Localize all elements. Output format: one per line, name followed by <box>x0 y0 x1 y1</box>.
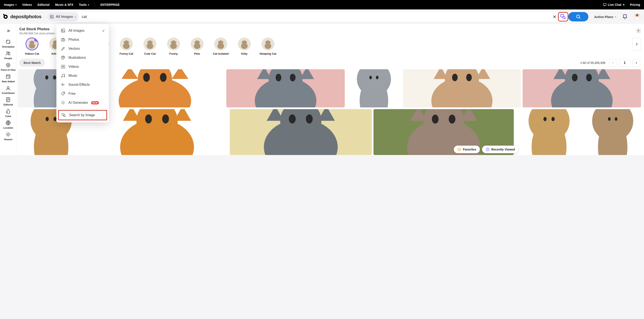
pager-prev-button[interactable] <box>609 59 617 67</box>
nav-editorial[interactable]: Editorial <box>38 3 50 6</box>
user-avatar[interactable] <box>634 13 640 20</box>
category-thumb <box>26 37 38 50</box>
category-sleeping-cat[interactable]: Sleeping Cat <box>260 37 276 55</box>
image-thumb[interactable] <box>230 109 372 155</box>
category-kitty[interactable]: Kitty <box>237 37 252 55</box>
dropdown-item-free[interactable]: Free <box>56 89 109 98</box>
nav-images[interactable]: Images▾ <box>4 3 16 6</box>
filter-color[interactable]: Color <box>1 107 16 119</box>
search-by-image-button[interactable] <box>558 12 568 21</box>
category-videos-cat[interactable]: Videos Cat <box>24 37 40 55</box>
clear-search-button[interactable] <box>551 13 558 20</box>
category-cat-isolated[interactable]: Cat Isolated <box>213 37 228 55</box>
dropdown-item-all-images[interactable]: All Images✓ <box>56 26 109 35</box>
favorites-button[interactable]: Favorites <box>454 146 480 153</box>
settings-button[interactable] <box>636 28 641 34</box>
search-bar: All Images ▾ <box>46 11 590 22</box>
filter-season[interactable]: Season <box>1 130 16 142</box>
image-thumb[interactable] <box>516 109 583 155</box>
filter-label: Season <box>4 138 12 141</box>
search-button[interactable] <box>568 12 588 21</box>
dropdown-item-videos[interactable]: Videos <box>56 62 109 71</box>
user-icon <box>5 85 11 91</box>
svg-point-126 <box>64 76 65 77</box>
filter-location[interactable]: Location <box>1 119 16 130</box>
dropdown-item-label: All Images <box>68 29 84 32</box>
svg-point-123 <box>64 57 64 57</box>
category-label: Sleeping Cat <box>260 52 276 55</box>
search-type-dropdown[interactable]: All Images ▾ <box>47 12 79 21</box>
svg-point-91 <box>54 117 57 121</box>
category-label: Cute Cat <box>144 52 156 55</box>
category-thumb <box>144 37 156 50</box>
notifications-button[interactable] <box>622 14 628 19</box>
dropdown-search-by-image[interactable]: Search by Image <box>58 110 107 120</box>
image-type-icon <box>50 14 54 19</box>
chevron-right-icon <box>635 42 639 46</box>
image-thumb[interactable] <box>522 69 641 107</box>
pager-page-input[interactable]: 1 <box>619 59 630 67</box>
svg-point-125 <box>61 76 62 77</box>
svg-point-5 <box>51 16 52 16</box>
filter-people[interactable]: People <box>1 49 16 61</box>
dropdown-separator <box>56 108 109 109</box>
image-thumb[interactable] <box>584 109 641 155</box>
dropdown-item-photos[interactable]: Photos <box>56 35 109 44</box>
live-chat-button[interactable]: Live Chat <box>603 3 624 7</box>
svg-rect-0 <box>603 3 606 5</box>
camera-icon <box>61 37 66 42</box>
eye-icon <box>5 62 11 68</box>
online-dot-icon <box>623 4 624 5</box>
svg-point-80 <box>452 74 457 81</box>
category-label: Funny Cat <box>120 52 133 55</box>
image-search-icon <box>560 14 566 20</box>
svg-point-81 <box>466 74 472 81</box>
category-pets[interactable]: Pets <box>190 37 205 55</box>
filter-orientation[interactable]: Orientation <box>1 38 16 49</box>
chevron-right-icon <box>635 61 638 64</box>
nav-enterprise[interactable]: ENTERPRISE <box>100 3 120 6</box>
pager-next-button[interactable] <box>632 59 640 67</box>
nav-pricing[interactable]: Pricing <box>630 3 640 6</box>
filter-contributor[interactable]: Contributor <box>1 84 16 96</box>
nav-tools[interactable]: Tools▾ <box>79 3 89 6</box>
dropdown-item-illustrations[interactable]: Illustrations <box>56 53 109 62</box>
category-thumb <box>167 37 180 50</box>
svg-point-110 <box>544 117 546 121</box>
gear-icon <box>636 28 641 33</box>
image-grid <box>18 68 641 155</box>
filter-editorial[interactable]: Editorial <box>1 96 16 107</box>
category-label: Videos Cat <box>25 52 39 55</box>
recently-viewed-button[interactable]: Recently Viewed <box>482 146 518 153</box>
category-funny-cat[interactable]: Funny Cat <box>119 37 134 55</box>
crop-icon <box>5 39 11 45</box>
top-nav-left: Images▾ Videos Editorial Music & SFX Too… <box>4 2 120 7</box>
image-thumb[interactable] <box>226 69 345 107</box>
expand-sidebar-button[interactable] <box>4 27 12 35</box>
nav-music-sfx[interactable]: Music & SFX <box>55 3 73 6</box>
category-cute-cat[interactable]: Cute Cat <box>142 37 158 55</box>
dropdown-item-vectors[interactable]: Vectors <box>56 44 109 53</box>
dropdown-item-label: Vectors <box>68 47 80 51</box>
dropdown-item-sound-effects[interactable]: Sound Effects <box>56 80 109 89</box>
brand-logo[interactable]: depositphotos <box>2 14 42 20</box>
search-input[interactable] <box>79 14 551 19</box>
dropdown-item-ai-generator[interactable]: AI GeneratorNEW <box>56 98 109 107</box>
filter-date-added[interactable]: Date Added <box>1 72 16 84</box>
active-plans-dropdown[interactable]: Active Plans▾ <box>594 15 616 19</box>
nav-videos[interactable]: Videos <box>22 3 32 6</box>
svg-rect-3 <box>3 14 4 15</box>
image-thumb[interactable] <box>346 69 401 107</box>
category-next-button[interactable] <box>632 37 641 51</box>
calendar-icon <box>5 74 11 79</box>
filter-label: Contributor <box>2 92 14 94</box>
drop-icon <box>5 108 11 114</box>
category-funny[interactable]: Funny <box>166 37 181 55</box>
dropdown-item-music[interactable]: Music <box>56 71 109 80</box>
svg-rect-117 <box>61 29 65 32</box>
sort-best-match[interactable]: Best Match <box>19 59 45 67</box>
new-badge: NEW <box>91 101 99 104</box>
filter-point-of-view[interactable]: Point of View <box>1 61 16 72</box>
svg-point-76 <box>376 76 378 79</box>
image-thumb[interactable] <box>403 69 521 107</box>
